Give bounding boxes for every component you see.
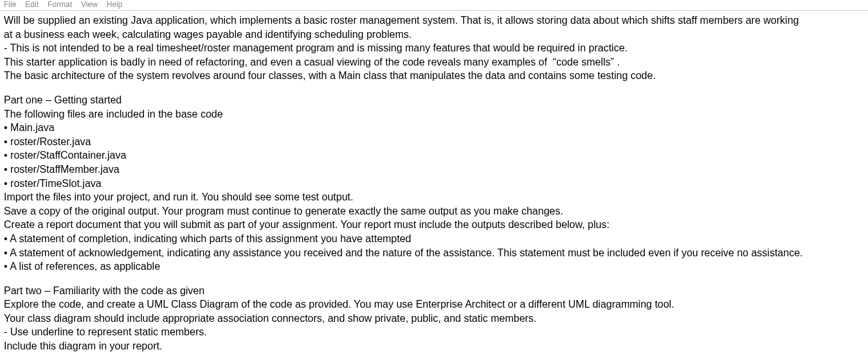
part1-line: The following files are included in the … <box>4 107 864 121</box>
file-list-item: • roster/StaffContainer.java <box>4 148 864 163</box>
menu-help[interactable]: Help <box>107 0 123 9</box>
intro-line: Will be supplied an existing Java applic… <box>4 13 864 28</box>
part1-instruction: Create a report document that you will s… <box>4 218 864 232</box>
part2-line: Include this diagram in your report. <box>4 339 864 353</box>
menu-edit[interactable]: Edit <box>25 0 39 9</box>
file-list-item: • Main.java <box>4 121 864 135</box>
part1-instruction: Save a copy of the original output. Your… <box>4 204 864 218</box>
file-list-item: • roster/TimeSlot.java <box>4 177 864 191</box>
part2-line: - Use underline to represent static memb… <box>4 325 864 339</box>
file-list-item: • roster/Roster.java <box>4 135 864 149</box>
requirement-list-item: • A statement of acknowledgement, indica… <box>4 246 864 260</box>
part2-title: Part two – Familiarity with the code as … <box>4 284 864 298</box>
file-list-item: • roster/StaffMember.java <box>4 163 864 177</box>
menu-format[interactable]: Format <box>48 0 72 9</box>
document-content[interactable]: Will be supplied an existing Java applic… <box>0 11 868 361</box>
menubar: File Edit Format View Help <box>0 0 868 11</box>
intro-line: - This is not intended to be a real time… <box>4 41 864 55</box>
intro-line: The basic architecture of the system rev… <box>4 69 864 83</box>
intro-line: This starter application is badly in nee… <box>4 55 864 69</box>
part2-line: Explore the code, and create a UML Class… <box>4 297 864 312</box>
intro-line: at a business each week, calculating wag… <box>4 28 864 42</box>
part2-line: Your class diagram should include approp… <box>4 312 864 326</box>
blank-line <box>4 83 864 93</box>
requirement-list-item: • A statement of completion, indicating … <box>4 232 864 246</box>
part1-instruction: Import the files into your project, and … <box>4 190 864 204</box>
requirement-list-item: • A list of references, as applicable <box>4 260 864 274</box>
part1-title: Part one – Getting started <box>4 93 864 107</box>
blank-line <box>4 274 864 284</box>
menu-file[interactable]: File <box>4 0 16 9</box>
menu-view[interactable]: View <box>81 0 98 9</box>
